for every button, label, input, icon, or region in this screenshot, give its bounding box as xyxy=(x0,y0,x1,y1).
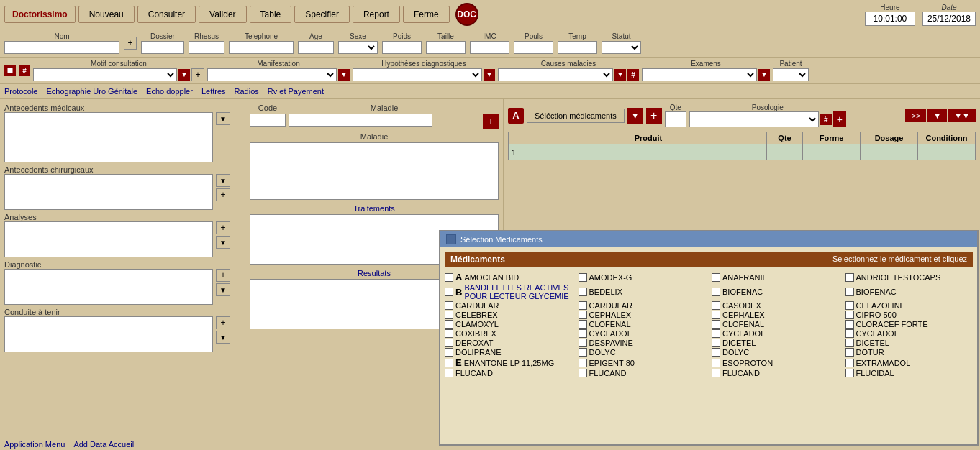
med-item-epigent[interactable]: EPIGENT 80 xyxy=(579,357,707,368)
med-item-dolyc1[interactable]: DOLYC xyxy=(579,348,707,357)
med-item-cloracef[interactable]: CLORACEF FORTE xyxy=(845,320,974,329)
diagnostic-input[interactable] xyxy=(4,269,213,305)
row-forme[interactable] xyxy=(803,144,861,160)
sexe-select[interactable] xyxy=(338,41,378,54)
status-application-menu[interactable]: Application Menu xyxy=(4,440,65,449)
med-item-cycladol2[interactable]: CYCLADOL xyxy=(712,329,840,338)
med-checkbox-cloracef[interactable] xyxy=(845,320,854,329)
temp-input[interactable] xyxy=(558,41,597,54)
med-item-enantone[interactable]: E ENANTONE LP 11,25MG xyxy=(445,357,573,368)
conduite-tenir-down-btn[interactable]: ▼ xyxy=(216,331,230,344)
med-checkbox-enantone[interactable] xyxy=(445,359,453,367)
med-item-andriol[interactable]: ANDRIOL TESTOCAPS xyxy=(845,272,974,283)
med-item-extramadol[interactable]: EXTRAMADOL xyxy=(845,357,974,368)
med-checkbox-bedelix[interactable] xyxy=(579,288,587,296)
row-dosage[interactable] xyxy=(861,144,918,160)
med-checkbox-deroxat[interactable] xyxy=(445,339,453,347)
poids-input[interactable] xyxy=(382,41,422,54)
med-item-flucand2[interactable]: FLUCAND xyxy=(579,369,707,377)
causes-select[interactable] xyxy=(498,68,613,81)
nom-input[interactable] xyxy=(4,41,119,54)
imc-input[interactable] xyxy=(470,41,509,54)
motif-plus-btn[interactable]: + xyxy=(191,68,204,81)
antecedents-medicaux-down-btn[interactable]: ▼ xyxy=(216,112,230,125)
maladie-name-input[interactable] xyxy=(289,114,432,127)
med-item-coxibrex[interactable]: COXIBREX xyxy=(445,329,573,338)
med-item-biofenac2[interactable]: BIOFENAC xyxy=(845,283,974,300)
sub-nav-rv-payement[interactable]: Rv et Payement xyxy=(268,87,324,96)
taille-input[interactable] xyxy=(426,41,466,54)
med-item-clofenal1[interactable]: CLOFENAL xyxy=(579,320,707,329)
nav-forward-btn[interactable]: >> xyxy=(905,109,926,122)
table-btn[interactable]: Table xyxy=(250,6,292,23)
med-item-dolyc2[interactable]: DOLYC xyxy=(712,348,840,357)
diagnostic-down-btn[interactable]: ▼ xyxy=(216,283,230,296)
posologie-hash-btn[interactable]: # xyxy=(820,114,832,125)
posologie-select[interactable] xyxy=(689,111,819,127)
nouveau-btn[interactable]: Nouveau xyxy=(78,6,135,23)
doc-circle[interactable]: DOC xyxy=(455,3,478,26)
valider-btn[interactable]: Valider xyxy=(199,6,246,23)
sub-nav-protocole[interactable]: Protocole xyxy=(4,87,37,96)
med-item-esoproton[interactable]: ESOPROTON xyxy=(712,357,840,368)
med-checkbox-extramadol[interactable] xyxy=(845,359,854,367)
med-checkbox-cycladol2[interactable] xyxy=(712,329,720,338)
med-checkbox-despavine[interactable] xyxy=(579,339,587,347)
nav-down-btn[interactable]: ▼ xyxy=(927,109,947,122)
ferme-btn[interactable]: Ferme xyxy=(403,6,450,23)
examens-down-btn[interactable]: ▼ xyxy=(758,69,770,81)
med-item-clamoxyl[interactable]: CLAMOXYL xyxy=(445,320,573,329)
table-row[interactable]: 1 xyxy=(509,144,976,160)
row-qte[interactable] xyxy=(767,144,803,160)
motif-select[interactable] xyxy=(33,68,177,81)
med-checkbox-clofenal1[interactable] xyxy=(579,320,587,329)
row-produit[interactable] xyxy=(530,144,767,160)
med-item-cardular1[interactable]: CARDULAR xyxy=(445,301,573,310)
doctorissimo-btn[interactable]: Doctorissimo xyxy=(4,6,76,23)
posologie-plus-btn[interactable]: + xyxy=(833,111,846,127)
hypotheses-down-btn[interactable]: ▼ xyxy=(484,69,495,81)
manifestation-select[interactable] xyxy=(207,68,337,81)
rhesus-input[interactable] xyxy=(189,41,224,54)
med-item-casodex[interactable]: CASODEX xyxy=(712,301,840,310)
med-item-dotur[interactable]: DOTUR xyxy=(845,348,974,357)
row-condition[interactable] xyxy=(918,144,976,160)
sub-nav-echographie[interactable]: Echographie Uro Génitale xyxy=(46,87,137,96)
analyses-plus-btn[interactable]: + xyxy=(216,221,230,234)
pouls-input[interactable] xyxy=(514,41,553,54)
med-checkbox-dolyc1[interactable] xyxy=(579,348,587,357)
med-checkbox-andriol[interactable] xyxy=(845,273,854,282)
med-checkbox-cardular2[interactable] xyxy=(579,301,587,310)
med-item-biofenac1[interactable]: BIOFENAC xyxy=(712,283,840,300)
motif-icon-btn[interactable] xyxy=(4,65,16,76)
analyses-input[interactable] xyxy=(4,221,213,257)
med-item-celebrex[interactable]: CELEBREX xyxy=(445,311,573,319)
conduite-tenir-plus-btn[interactable]: + xyxy=(216,316,230,329)
status-add-data[interactable]: Add Data Accueil xyxy=(73,440,134,449)
hypotheses-select[interactable] xyxy=(353,68,482,81)
selection-medicaments-btn[interactable]: Séléction médicaments xyxy=(527,109,625,123)
maladie-area-input[interactable] xyxy=(250,142,499,200)
age-input[interactable] xyxy=(298,41,334,54)
med-item-amoclan[interactable]: A AMOCLAN BID xyxy=(445,272,573,283)
med-item-bandelettes[interactable]: B BANDELETTES REACTIVES POUR LECTEUR GLY… xyxy=(445,283,573,300)
sub-nav-lettres[interactable]: Lettres xyxy=(201,87,226,96)
med-checkbox-cycladol3[interactable] xyxy=(845,329,854,338)
antecedents-chirurgicaux-down-btn[interactable]: ▼ xyxy=(216,174,230,187)
med-checkbox-epigent[interactable] xyxy=(579,359,587,367)
med-item-flucidal[interactable]: FLUCIDAL xyxy=(845,369,974,377)
antecedents-chirurgicaux-plus-btn[interactable]: + xyxy=(216,188,230,201)
sub-nav-echo-doppler[interactable]: Echo doppler xyxy=(146,87,193,96)
med-checkbox-cephalex1[interactable] xyxy=(579,311,587,319)
med-checkbox-cardular1[interactable] xyxy=(445,301,453,310)
dossier-input[interactable] xyxy=(141,41,184,54)
med-item-clofenal2[interactable]: CLOFENAL xyxy=(712,320,840,329)
specifier-btn[interactable]: Specifier xyxy=(294,6,350,23)
med-checkbox-dotur[interactable] xyxy=(845,348,854,357)
med-item-dicetel1[interactable]: DICETEL xyxy=(712,339,840,347)
med-item-cipro[interactable]: CIPRO 500 xyxy=(845,311,974,319)
telephone-input[interactable] xyxy=(229,41,294,54)
sub-nav-radios[interactable]: Radios xyxy=(235,87,259,96)
conduite-tenir-input[interactable] xyxy=(4,316,213,352)
nom-plus-btn[interactable]: + xyxy=(124,37,137,50)
